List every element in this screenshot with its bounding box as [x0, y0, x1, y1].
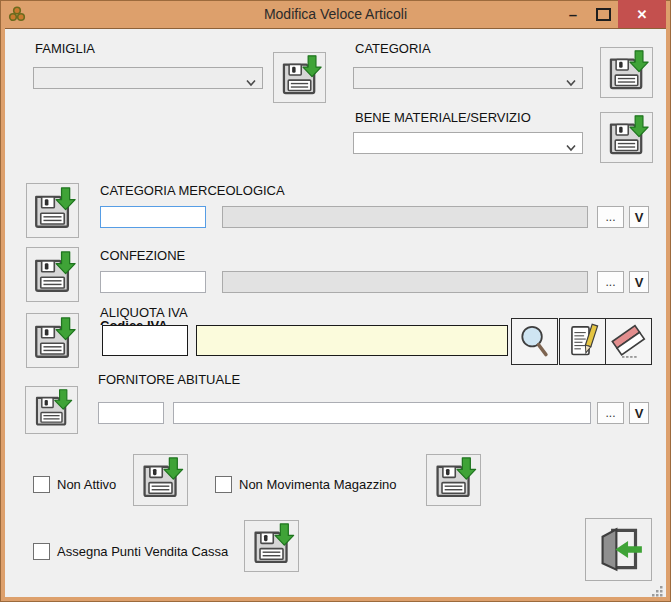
floppy-save-icon	[429, 457, 478, 503]
categoria-merceologica-description-field	[222, 206, 588, 228]
aliquota-iva-erase-button[interactable]	[605, 318, 652, 365]
aliquota-iva-save-button[interactable]	[26, 313, 79, 368]
aliquota-iva-edit-button[interactable]	[559, 318, 606, 365]
close-icon: ✕	[637, 7, 648, 22]
dialog-window: Modifica Veloce Articoli – ✕ FAMIGLIA CA…	[0, 0, 671, 602]
confezione-browse-button[interactable]: ...	[597, 271, 624, 293]
bene-materiale-save-button[interactable]	[600, 112, 653, 163]
fornitore-abituale-browse-button[interactable]: ...	[597, 402, 624, 424]
minimize-icon: –	[569, 6, 577, 23]
minimize-button[interactable]: –	[560, 0, 586, 28]
fornitore-abituale-save-button[interactable]	[25, 386, 78, 434]
non-movimenta-magazzino-label: Non Movimenta Magazzino	[239, 477, 397, 492]
exit-button[interactable]	[585, 518, 652, 581]
maximize-button[interactable]	[590, 0, 616, 28]
categoria-merceologica-save-button[interactable]	[26, 183, 79, 238]
non-attivo-save-button[interactable]	[133, 454, 188, 506]
floppy-save-icon	[29, 250, 76, 299]
aliquota-iva-description-input[interactable]	[196, 325, 508, 356]
floppy-save-icon	[603, 115, 650, 160]
resize-grip[interactable]	[652, 583, 663, 594]
floppy-save-icon	[276, 55, 323, 100]
categoria-label: CATEGORIA	[355, 41, 431, 56]
titlebar[interactable]: Modifica Veloce Articoli – ✕	[0, 0, 671, 28]
famiglia-label: FAMIGLIA	[35, 41, 95, 56]
doc-pencil-icon	[563, 322, 602, 361]
floppy-save-icon	[29, 186, 76, 235]
categoria-merceologica-validate-button[interactable]: V	[629, 206, 649, 228]
eraser-icon	[609, 322, 648, 361]
fornitore-abituale-code-input[interactable]	[98, 402, 164, 424]
famiglia-combobox[interactable]	[33, 67, 263, 89]
bene-materiale-combobox[interactable]	[353, 132, 583, 154]
fornitore-abituale-label: FORNITORE ABITUALE	[98, 372, 240, 387]
exit-door-icon	[591, 524, 646, 575]
non-attivo-checkbox[interactable]	[33, 476, 50, 493]
aliquota-iva-code-input[interactable]	[102, 325, 188, 356]
floppy-save-icon	[603, 50, 650, 95]
floppy-save-icon	[28, 389, 75, 431]
non-movimenta-magazzino-save-button[interactable]	[426, 454, 481, 506]
categoria-merceologica-code-input[interactable]	[100, 206, 206, 228]
fornitore-abituale-validate-button[interactable]: V	[629, 402, 649, 424]
famiglia-save-button[interactable]	[273, 52, 326, 103]
assegna-punti-vendita-cassa-checkbox[interactable]	[33, 543, 50, 560]
fornitore-abituale-description-input[interactable]	[173, 402, 591, 424]
chevron-down-icon	[566, 75, 576, 83]
floppy-save-icon	[29, 316, 76, 365]
floppy-save-icon	[136, 457, 185, 503]
non-movimenta-magazzino-checkbox[interactable]	[215, 476, 232, 493]
chevron-down-icon	[246, 75, 256, 83]
categoria-merceologica-browse-button[interactable]: ...	[597, 206, 624, 228]
assegna-punti-vendita-cassa-label: Assegna Punti Vendita Cassa	[57, 544, 228, 559]
confezione-description-field	[222, 271, 588, 293]
chevron-down-icon	[566, 140, 576, 148]
aliquota-iva-search-button[interactable]	[511, 318, 558, 365]
confezione-validate-button[interactable]: V	[629, 271, 649, 293]
close-button[interactable]: ✕	[618, 0, 666, 28]
assegna-punti-vendita-cassa-save-button[interactable]	[244, 520, 299, 572]
confezione-save-button[interactable]	[26, 247, 79, 302]
client-area: FAMIGLIA CATEGORIA BENE MATERIALE/SERVIZ…	[5, 28, 666, 597]
aliquota-iva-hidden-label: Codice IVA	[100, 318, 195, 325]
maximize-icon	[596, 8, 611, 21]
confezione-label: CONFEZIONE	[100, 248, 185, 263]
categoria-save-button[interactable]	[600, 47, 653, 98]
non-attivo-label: Non Attivo	[57, 477, 116, 492]
bene-materiale-label: BENE MATERIALE/SERVIZIO	[355, 110, 531, 125]
categoria-merceologica-label: CATEGORIA MERCEOLOGICA	[100, 183, 285, 198]
categoria-combobox[interactable]	[353, 67, 583, 89]
magnifier-icon	[515, 322, 554, 361]
floppy-save-icon	[247, 523, 296, 569]
confezione-code-input[interactable]	[100, 271, 206, 293]
